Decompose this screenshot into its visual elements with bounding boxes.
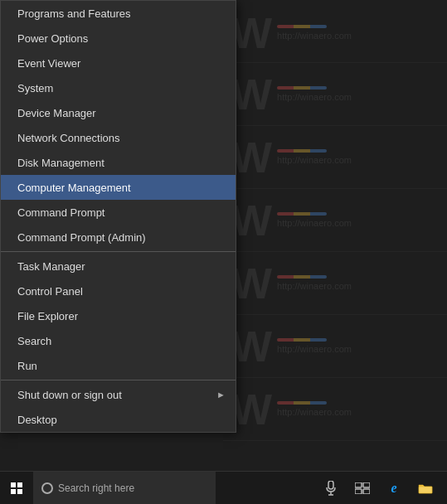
watermark-text-5: http://winaero.com: [277, 281, 352, 291]
menu-separator-2: [1, 380, 236, 380]
desktop: W http://winaero.com W http://winaero.co…: [0, 0, 447, 504]
menu-item-programs-features[interactable]: Programs and Features: [1, 1, 236, 26]
menu-item-file-explorer[interactable]: File Explorer: [1, 303, 236, 328]
menu-item-computer-management[interactable]: Computer Management: [1, 175, 236, 200]
edge-button[interactable]: e: [379, 472, 409, 505]
task-view-button[interactable]: [347, 472, 377, 505]
watermark-text-3: http://winaero.com: [277, 155, 352, 165]
watermark-w: W: [231, 8, 270, 58]
watermark-text-1: http://winaero.com: [277, 31, 352, 41]
svg-rect-5: [355, 489, 362, 494]
menu-item-power-options[interactable]: Power Options: [1, 26, 236, 51]
taskbar: Search right here e: [0, 471, 447, 504]
watermark: W http://winaero.com W http://winaero.co…: [223, 0, 447, 504]
search-placeholder-text: Search right here: [58, 482, 134, 494]
taskbar-system-icons: e: [316, 472, 447, 505]
menu-item-system[interactable]: System: [1, 75, 236, 100]
shut-down-arrow-icon: ►: [216, 390, 226, 400]
watermark-w-6: W: [231, 322, 270, 371]
watermark-text-6: http://winaero.com: [277, 344, 352, 354]
watermark-w-7: W: [231, 385, 270, 434]
menu-item-disk-management[interactable]: Disk Management: [1, 150, 236, 175]
menu-item-network-connections[interactable]: Network Connections: [1, 125, 236, 150]
watermark-text-7: http://winaero.com: [277, 407, 352, 417]
menu-item-desktop[interactable]: Desktop: [1, 407, 236, 432]
menu-item-search[interactable]: Search: [1, 328, 236, 353]
svg-rect-3: [355, 482, 362, 487]
watermark-text-4: http://winaero.com: [277, 218, 352, 228]
edge-icon: e: [391, 481, 396, 496]
menu-item-command-prompt[interactable]: Command Prompt: [1, 200, 236, 225]
watermark-text-2: http://winaero.com: [277, 92, 352, 102]
menu-item-command-prompt-admin[interactable]: Command Prompt (Admin): [1, 225, 236, 250]
menu-item-event-viewer[interactable]: Event Viewer: [1, 51, 236, 75]
context-menu: Programs and Features Power Options Even…: [0, 0, 236, 433]
microphone-button[interactable]: [316, 472, 346, 505]
microphone-icon: [326, 481, 336, 496]
menu-separator-1: [1, 251, 236, 252]
svg-rect-0: [328, 481, 333, 489]
start-button[interactable]: [0, 472, 33, 505]
menu-item-task-manager[interactable]: Task Manager: [1, 254, 236, 279]
svg-rect-4: [363, 482, 370, 487]
menu-item-shut-down[interactable]: Shut down or sign out ►: [1, 382, 236, 407]
watermark-w-3: W: [231, 133, 270, 182]
watermark-w-4: W: [231, 196, 270, 245]
menu-item-run[interactable]: Run: [1, 353, 236, 378]
menu-item-control-panel[interactable]: Control Panel: [1, 279, 236, 303]
svg-rect-7: [419, 487, 432, 493]
search-icon: [41, 482, 53, 494]
svg-rect-6: [363, 489, 370, 494]
taskbar-search[interactable]: Search right here: [33, 472, 216, 505]
menu-item-device-manager[interactable]: Device Manager: [1, 100, 236, 125]
watermark-w-2: W: [231, 70, 270, 119]
start-icon: [11, 482, 22, 494]
watermark-w-5: W: [231, 259, 270, 308]
folder-icon: [418, 482, 433, 495]
task-view-icon: [355, 482, 370, 494]
file-explorer-button[interactable]: [411, 472, 440, 505]
